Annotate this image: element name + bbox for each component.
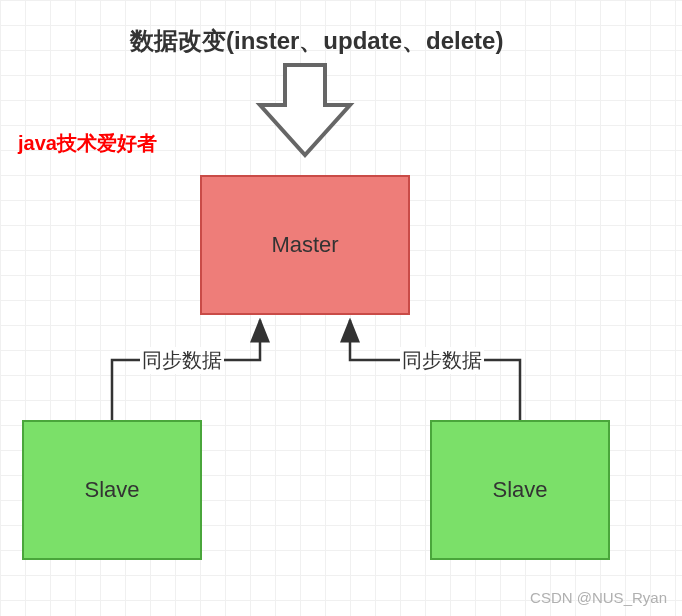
node-slave-left: Slave: [22, 420, 202, 560]
node-slave-right: Slave: [430, 420, 610, 560]
edge-label-sync-right: 同步数据: [400, 347, 484, 374]
edge-label-sync-left: 同步数据: [140, 347, 224, 374]
diagram-title: 数据改变(inster、update、delete): [130, 25, 503, 57]
watermark-author: java技术爱好者: [18, 130, 157, 157]
node-slave-right-label: Slave: [492, 477, 547, 503]
watermark-source: CSDN @NUS_Ryan: [530, 589, 667, 606]
node-slave-left-label: Slave: [84, 477, 139, 503]
node-master: Master: [200, 175, 410, 315]
node-master-label: Master: [271, 232, 338, 258]
